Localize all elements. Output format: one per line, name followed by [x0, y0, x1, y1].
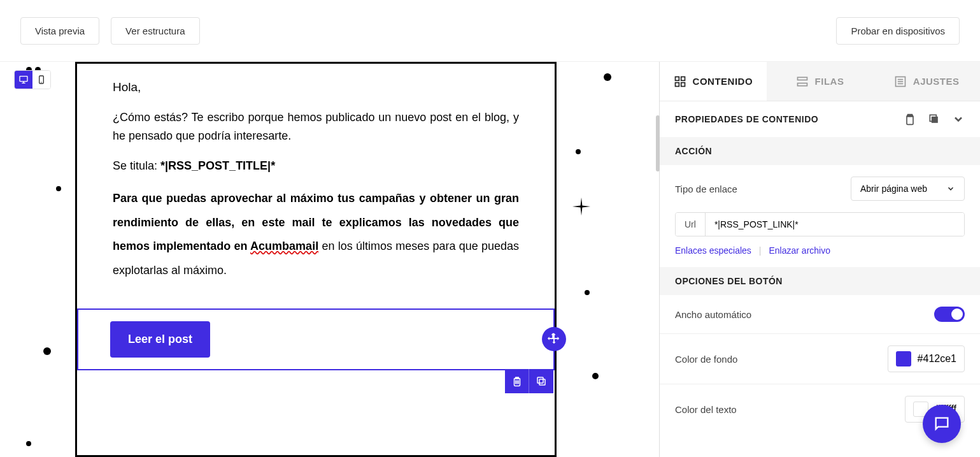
auto-width-toggle[interactable]	[934, 307, 965, 322]
chat-icon	[933, 415, 951, 433]
url-input[interactable]	[706, 213, 964, 236]
link-divider: |	[759, 245, 762, 256]
auto-width-label: Ancho automático	[675, 309, 751, 320]
svg-rect-7	[675, 76, 679, 80]
greeting-text: Hola,	[113, 78, 519, 97]
settings-list-icon	[894, 75, 907, 88]
decorative-dot	[604, 73, 611, 81]
title-prefix: Se titula:	[113, 159, 160, 172]
trash-icon	[511, 375, 523, 387]
helper-links: Enlaces especiales | Enlazar archivo	[660, 245, 980, 267]
tab-content[interactable]: CONTENIDO	[660, 62, 767, 101]
tab-content-label: CONTENIDO	[693, 76, 753, 87]
decorative-dot	[43, 347, 51, 355]
svg-rect-10	[681, 82, 685, 86]
svg-rect-6	[537, 377, 543, 383]
tab-settings[interactable]: AJUSTES	[873, 62, 980, 101]
decorative-dot	[56, 186, 61, 191]
link-type-select[interactable]: Abrir página web	[851, 177, 965, 201]
email-content: Hola, ¿Cómo estás? Te escribo porque hem…	[77, 64, 555, 308]
panel-title: PROPIEDADES DE CONTENIDO	[675, 114, 818, 124]
bg-color-picker[interactable]: #412ce1	[888, 345, 965, 372]
svg-rect-5	[539, 379, 545, 385]
bg-color-row: Color de fondo #412ce1	[660, 334, 980, 384]
tab-settings-label: AJUSTES	[913, 76, 960, 87]
svg-rect-11	[797, 77, 807, 80]
action-section-label: ACCIÓN	[660, 137, 980, 165]
sidebar-tabs: CONTENIDO FILAS AJUSTES	[660, 62, 980, 101]
main-area: Hola, ¿Cómo estás? Te escribo porque hem…	[0, 62, 980, 457]
svg-point-4	[41, 82, 41, 82]
bold-paragraph: Para que puedas aprovechar al máximo tus…	[113, 187, 519, 283]
tab-rows-label: FILAS	[815, 76, 844, 87]
mobile-icon	[36, 75, 46, 85]
device-toggle	[14, 70, 51, 89]
duplicate-block-button[interactable]	[529, 369, 553, 393]
read-post-button[interactable]: Leer el post	[110, 321, 210, 358]
chat-fab[interactable]	[923, 405, 961, 443]
canvas-area: Hola, ¿Cómo estás? Te escribo porque hem…	[0, 62, 659, 457]
auto-width-row: Ancho automático	[660, 295, 980, 333]
decorative-dot	[576, 149, 581, 154]
properties-sidebar: CONTENIDO FILAS AJUSTES PROPIEDADES DE C…	[659, 62, 980, 457]
link-file-link[interactable]: Enlazar archivo	[769, 245, 831, 256]
move-icon	[547, 332, 561, 346]
test-devices-button[interactable]: Probar en dispositivos	[836, 17, 960, 45]
chevron-down-icon[interactable]	[952, 113, 965, 126]
intro-text: ¿Cómo estás? Te escribo porque hemos pub…	[113, 108, 519, 145]
svg-rect-9	[675, 82, 679, 86]
decorative-star	[571, 196, 592, 217]
desktop-view-button[interactable]	[15, 71, 32, 89]
toolbar-left: Vista previa Ver estructura	[20, 17, 200, 45]
url-label: Url	[676, 213, 706, 236]
svg-rect-8	[681, 76, 685, 80]
scrollbar-indicator[interactable]	[656, 115, 660, 171]
bg-color-label: Color de fondo	[675, 354, 737, 365]
chevron-down-icon	[946, 184, 955, 193]
rows-icon	[796, 75, 809, 88]
desktop-icon	[18, 75, 29, 85]
svg-rect-12	[797, 83, 807, 85]
panel-header: PROPIEDADES DE CONTENIDO	[660, 101, 980, 137]
panel-header-actions	[904, 113, 965, 126]
link-type-value: Abrir página web	[860, 184, 927, 194]
special-links-link[interactable]: Enlaces especiales	[675, 245, 751, 256]
link-type-row: Tipo de enlace Abrir página web	[660, 165, 980, 212]
decorative-dot	[26, 441, 31, 446]
trash-icon[interactable]	[904, 113, 916, 126]
block-actions	[505, 369, 553, 393]
url-field: Url	[675, 212, 965, 236]
structure-button[interactable]: Ver estructura	[111, 17, 199, 45]
link-type-label: Tipo de enlace	[675, 184, 737, 194]
preview-button[interactable]: Vista previa	[20, 17, 99, 45]
email-frame: Hola, ¿Cómo estás? Te escribo porque hem…	[75, 62, 557, 457]
title-line: Se titula: *|RSS_POST_TITLE|*	[113, 157, 519, 175]
delete-block-button[interactable]	[505, 369, 529, 393]
acumbamail-link: Acumbamail	[250, 240, 318, 252]
tab-rows[interactable]: FILAS	[767, 62, 874, 101]
rss-title-placeholder: *|RSS_POST_TITLE|*	[160, 159, 275, 172]
copy-icon	[536, 375, 547, 387]
bg-color-value: #412ce1	[918, 353, 956, 365]
duplicate-icon[interactable]	[928, 113, 941, 126]
svg-rect-0	[20, 76, 27, 82]
bg-color-swatch	[896, 351, 911, 366]
button-options-section-label: OPCIONES DEL BOTÓN	[660, 267, 980, 295]
move-handle[interactable]	[542, 327, 566, 351]
decorative-dot	[592, 373, 599, 379]
top-toolbar: Vista previa Ver estructura Probar en di…	[0, 0, 980, 62]
svg-rect-17	[932, 117, 938, 123]
decorative-dot	[585, 290, 590, 295]
text-color-label: Color del texto	[675, 404, 737, 415]
button-block-selected[interactable]: Leer el post	[77, 308, 555, 370]
grid-icon	[674, 75, 686, 88]
mobile-view-button[interactable]	[32, 71, 50, 89]
